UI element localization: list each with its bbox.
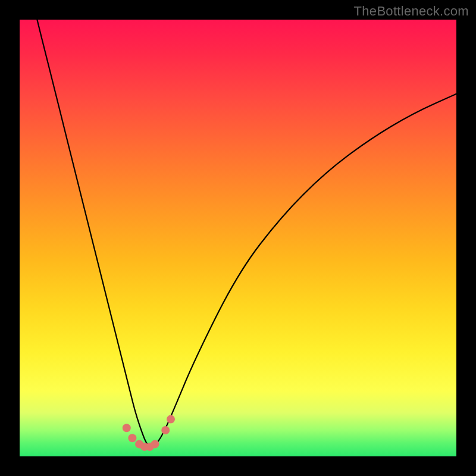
curve-marker [128, 434, 136, 442]
curve-marker [151, 440, 159, 448]
curve-marker [123, 424, 131, 432]
watermark-text: TheBottleneck.com [354, 4, 469, 19]
curve-marker [167, 415, 175, 424]
curve-marker [161, 426, 170, 434]
bottleneck-curve [37, 20, 456, 447]
plot-area [20, 20, 456, 456]
chart-svg [20, 20, 456, 456]
chart-frame: TheBottleneck.com [0, 0, 476, 476]
marker-group [123, 415, 175, 451]
